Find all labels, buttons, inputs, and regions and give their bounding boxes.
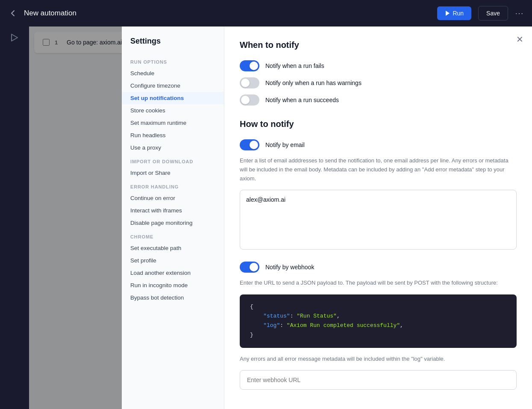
nav-item-disable-page-monitoring[interactable]: Disable page monitoring <box>122 217 224 229</box>
toggle-run-succeeds-row: Notify when a run succeeds <box>240 94 517 106</box>
toggle-run-warnings-row: Notify only when a run has warnings <box>240 77 517 88</box>
nav-item-set-up-notifications[interactable]: Set up notifications <box>122 92 224 104</box>
toggle-run-fails-row: Notify when a run fails <box>240 60 517 71</box>
toggle-run-warnings-label: Notify only when a run has warnings <box>265 79 362 86</box>
nav-section-run-options: Run options <box>122 54 224 67</box>
toggle-email-row: Notify by email <box>240 139 517 150</box>
nav-section-import: Import or download <box>122 154 224 167</box>
nav-item-set-executable-path[interactable]: Set executable path <box>122 242 224 254</box>
nav-item-import-share[interactable]: Import or Share <box>122 167 224 179</box>
page-title: New automation <box>24 9 430 18</box>
icon-sidebar <box>0 26 29 409</box>
error-metadata-note: Any errors and all error message metadat… <box>240 355 517 364</box>
toggle-webhook-label: Notify by webhook <box>265 264 314 271</box>
nav-section-error: Error handling <box>122 179 224 192</box>
settings-close-button[interactable]: ✕ <box>516 35 523 44</box>
settings-title: Settings <box>122 37 224 54</box>
webhook-url-input[interactable] <box>240 370 517 390</box>
topbar: New automation Run Save ⋯ <box>0 0 532 26</box>
toggle-run-succeeds-label: Notify when a run succeeds <box>265 97 339 103</box>
save-button[interactable]: Save <box>478 6 508 21</box>
sidebar-play-icon[interactable] <box>11 33 18 44</box>
nav-item-interact-with-iframes[interactable]: Interact with iframes <box>122 204 224 217</box>
webhook-description: Enter the URL to send a JSON payload to.… <box>240 279 517 288</box>
settings-content: ✕ When to notify Notify when a run fails <box>224 26 532 409</box>
settings-overlay: Settings Run options Schedule Configure … <box>29 26 532 409</box>
more-options-icon[interactable]: ⋯ <box>515 8 523 18</box>
nav-item-run-in-incognito-mode[interactable]: Run in incognito mode <box>122 279 224 291</box>
settings-drawer: Settings Run options Schedule Configure … <box>122 26 532 409</box>
nav-section-chrome: Chrome <box>122 229 224 242</box>
how-to-notify-section: How to notify Notify by email Enter a li… <box>240 119 517 390</box>
toggle-run-succeeds[interactable] <box>240 94 259 106</box>
toggle-email-label: Notify by email <box>265 141 305 148</box>
content-area: 1 Go to page: axiom.ai ⋯ Settings Run op… <box>0 26 532 409</box>
toggle-webhook[interactable] <box>240 262 259 273</box>
how-to-notify-heading: How to notify <box>240 119 517 129</box>
nav-item-store-cookies[interactable]: Store cookies <box>122 104 224 117</box>
toggle-run-fails-label: Notify when a run fails <box>265 62 324 69</box>
toggle-run-fails[interactable] <box>240 60 259 71</box>
email-addresses-input[interactable]: alex@axiom.ai <box>240 190 517 250</box>
nav-item-set-maximum-runtime[interactable]: Set maximum runtime <box>122 117 224 129</box>
email-description: Enter a list of email adddresses to send… <box>240 156 517 183</box>
nav-item-configure-timezone[interactable]: Configure timezone <box>122 79 224 92</box>
back-button[interactable] <box>9 9 17 18</box>
run-button[interactable]: Run <box>437 6 471 20</box>
nav-item-bypass-bot-detection[interactable]: Bypass bot detection <box>122 291 224 304</box>
main-area: 1 Go to page: axiom.ai ⋯ Settings Run op… <box>29 26 532 409</box>
nav-item-schedule[interactable]: Schedule <box>122 67 224 79</box>
nav-item-continue-on-error[interactable]: Continue on error <box>122 192 224 204</box>
toggle-webhook-row: Notify by webhook <box>240 262 517 273</box>
nav-item-load-another-extension[interactable]: Load another extension <box>122 267 224 279</box>
nav-item-use-a-proxy[interactable]: Use a proxy <box>122 141 224 154</box>
toggle-run-warnings[interactable] <box>240 77 259 88</box>
nav-item-run-headless[interactable]: Run headless <box>122 129 224 141</box>
settings-nav: Settings Run options Schedule Configure … <box>122 26 224 409</box>
when-to-notify-heading: When to notify <box>240 40 517 50</box>
webhook-code-block: { "status": "Run Status", "log": "Axiom … <box>240 294 517 347</box>
nav-item-set-profile[interactable]: Set profile <box>122 254 224 267</box>
toggle-email[interactable] <box>240 139 259 150</box>
